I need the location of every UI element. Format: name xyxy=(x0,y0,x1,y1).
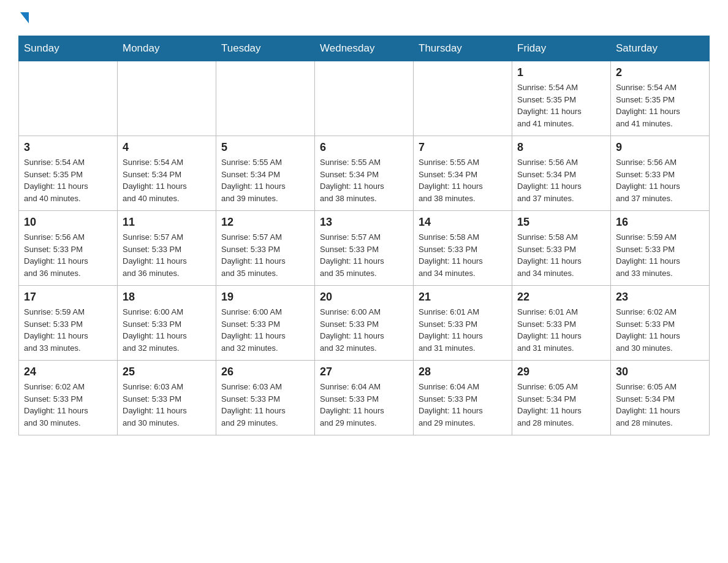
day-cell-17: 17Sunrise: 5:59 AM Sunset: 5:33 PM Dayli… xyxy=(19,286,118,361)
day-number: 27 xyxy=(320,366,408,378)
day-info: Sunrise: 6:04 AM Sunset: 5:33 PM Dayligh… xyxy=(320,381,408,429)
empty-cell xyxy=(19,61,118,136)
weekday-header-saturday: Saturday xyxy=(611,36,710,61)
week-row-1: 1Sunrise: 5:54 AM Sunset: 5:35 PM Daylig… xyxy=(19,61,710,136)
day-cell-7: 7Sunrise: 5:55 AM Sunset: 5:34 PM Daylig… xyxy=(414,136,512,211)
day-number: 14 xyxy=(419,216,507,229)
day-info: Sunrise: 6:00 AM Sunset: 5:33 PM Dayligh… xyxy=(320,306,408,354)
day-number: 20 xyxy=(320,291,408,304)
empty-cell xyxy=(118,61,216,136)
day-number: 8 xyxy=(517,141,605,154)
day-cell-6: 6Sunrise: 5:55 AM Sunset: 5:34 PM Daylig… xyxy=(315,136,414,211)
day-cell-16: 16Sunrise: 5:59 AM Sunset: 5:33 PM Dayli… xyxy=(611,211,710,286)
weekday-header-thursday: Thursday xyxy=(414,36,512,61)
day-number: 30 xyxy=(616,366,704,378)
day-cell-13: 13Sunrise: 5:57 AM Sunset: 5:33 PM Dayli… xyxy=(315,211,414,286)
day-number: 7 xyxy=(419,141,507,154)
day-cell-3: 3Sunrise: 5:54 AM Sunset: 5:35 PM Daylig… xyxy=(19,136,118,211)
empty-cell xyxy=(414,61,512,136)
day-cell-24: 24Sunrise: 6:02 AM Sunset: 5:33 PM Dayli… xyxy=(19,361,118,435)
day-cell-22: 22Sunrise: 6:01 AM Sunset: 5:33 PM Dayli… xyxy=(512,286,611,361)
day-info: Sunrise: 6:02 AM Sunset: 5:33 PM Dayligh… xyxy=(24,381,112,429)
empty-cell xyxy=(216,61,315,136)
day-info: Sunrise: 5:55 AM Sunset: 5:34 PM Dayligh… xyxy=(419,156,507,204)
day-number: 3 xyxy=(24,141,112,154)
day-info: Sunrise: 6:05 AM Sunset: 5:34 PM Dayligh… xyxy=(517,381,605,429)
day-number: 1 xyxy=(517,66,605,79)
week-row-4: 17Sunrise: 5:59 AM Sunset: 5:33 PM Dayli… xyxy=(19,286,710,361)
day-number: 12 xyxy=(221,216,309,229)
day-number: 11 xyxy=(123,216,211,229)
day-info: Sunrise: 5:59 AM Sunset: 5:33 PM Dayligh… xyxy=(24,306,112,354)
day-cell-25: 25Sunrise: 6:03 AM Sunset: 5:33 PM Dayli… xyxy=(118,361,216,435)
day-info: Sunrise: 6:02 AM Sunset: 5:33 PM Dayligh… xyxy=(616,306,704,354)
day-info: Sunrise: 5:54 AM Sunset: 5:35 PM Dayligh… xyxy=(616,82,704,129)
day-info: Sunrise: 6:01 AM Sunset: 5:33 PM Dayligh… xyxy=(419,306,507,354)
day-number: 26 xyxy=(221,366,309,378)
weekday-header-monday: Monday xyxy=(118,36,216,61)
day-info: Sunrise: 6:01 AM Sunset: 5:33 PM Dayligh… xyxy=(517,306,605,354)
weekday-header-row: SundayMondayTuesdayWednesdayThursdayFrid… xyxy=(19,36,710,61)
day-info: Sunrise: 5:54 AM Sunset: 5:34 PM Dayligh… xyxy=(123,156,211,204)
day-info: Sunrise: 5:56 AM Sunset: 5:34 PM Dayligh… xyxy=(517,156,605,204)
day-cell-28: 28Sunrise: 6:04 AM Sunset: 5:33 PM Dayli… xyxy=(414,361,512,435)
page-header xyxy=(18,12,710,25)
day-cell-20: 20Sunrise: 6:00 AM Sunset: 5:33 PM Dayli… xyxy=(315,286,414,361)
day-info: Sunrise: 5:58 AM Sunset: 5:33 PM Dayligh… xyxy=(419,231,507,279)
day-number: 2 xyxy=(616,66,704,79)
day-info: Sunrise: 5:57 AM Sunset: 5:33 PM Dayligh… xyxy=(123,231,211,279)
day-info: Sunrise: 5:58 AM Sunset: 5:33 PM Dayligh… xyxy=(517,231,605,279)
day-number: 24 xyxy=(24,366,112,378)
weekday-header-wednesday: Wednesday xyxy=(315,36,414,61)
day-info: Sunrise: 5:54 AM Sunset: 5:35 PM Dayligh… xyxy=(24,156,112,204)
calendar-table: SundayMondayTuesdayWednesdayThursdayFrid… xyxy=(18,36,710,435)
day-cell-19: 19Sunrise: 6:00 AM Sunset: 5:33 PM Dayli… xyxy=(216,286,315,361)
day-number: 18 xyxy=(123,291,211,304)
day-cell-21: 21Sunrise: 6:01 AM Sunset: 5:33 PM Dayli… xyxy=(414,286,512,361)
day-cell-2: 2Sunrise: 5:54 AM Sunset: 5:35 PM Daylig… xyxy=(611,61,710,136)
day-info: Sunrise: 6:00 AM Sunset: 5:33 PM Dayligh… xyxy=(221,306,309,354)
day-info: Sunrise: 6:00 AM Sunset: 5:33 PM Dayligh… xyxy=(123,306,211,354)
day-info: Sunrise: 6:04 AM Sunset: 5:33 PM Dayligh… xyxy=(419,381,507,429)
day-cell-5: 5Sunrise: 5:55 AM Sunset: 5:34 PM Daylig… xyxy=(216,136,315,211)
logo-triangle-icon xyxy=(20,12,29,23)
day-info: Sunrise: 5:56 AM Sunset: 5:33 PM Dayligh… xyxy=(24,231,112,279)
day-info: Sunrise: 6:05 AM Sunset: 5:34 PM Dayligh… xyxy=(616,381,704,429)
day-number: 28 xyxy=(419,366,507,378)
day-cell-30: 30Sunrise: 6:05 AM Sunset: 5:34 PM Dayli… xyxy=(611,361,710,435)
empty-cell xyxy=(315,61,414,136)
day-info: Sunrise: 5:55 AM Sunset: 5:34 PM Dayligh… xyxy=(221,156,309,204)
day-info: Sunrise: 5:56 AM Sunset: 5:33 PM Dayligh… xyxy=(616,156,704,204)
day-cell-18: 18Sunrise: 6:00 AM Sunset: 5:33 PM Dayli… xyxy=(118,286,216,361)
day-number: 19 xyxy=(221,291,309,304)
week-row-3: 10Sunrise: 5:56 AM Sunset: 5:33 PM Dayli… xyxy=(19,211,710,286)
day-cell-9: 9Sunrise: 5:56 AM Sunset: 5:33 PM Daylig… xyxy=(611,136,710,211)
day-number: 9 xyxy=(616,141,704,154)
day-number: 10 xyxy=(24,216,112,229)
day-cell-14: 14Sunrise: 5:58 AM Sunset: 5:33 PM Dayli… xyxy=(414,211,512,286)
day-info: Sunrise: 5:55 AM Sunset: 5:34 PM Dayligh… xyxy=(320,156,408,204)
day-cell-12: 12Sunrise: 5:57 AM Sunset: 5:33 PM Dayli… xyxy=(216,211,315,286)
day-info: Sunrise: 6:03 AM Sunset: 5:33 PM Dayligh… xyxy=(123,381,211,429)
day-cell-4: 4Sunrise: 5:54 AM Sunset: 5:34 PM Daylig… xyxy=(118,136,216,211)
day-cell-11: 11Sunrise: 5:57 AM Sunset: 5:33 PM Dayli… xyxy=(118,211,216,286)
day-number: 29 xyxy=(517,366,605,378)
day-info: Sunrise: 5:57 AM Sunset: 5:33 PM Dayligh… xyxy=(320,231,408,279)
day-info: Sunrise: 5:54 AM Sunset: 5:35 PM Dayligh… xyxy=(517,82,605,129)
day-cell-1: 1Sunrise: 5:54 AM Sunset: 5:35 PM Daylig… xyxy=(512,61,611,136)
day-cell-29: 29Sunrise: 6:05 AM Sunset: 5:34 PM Dayli… xyxy=(512,361,611,435)
day-number: 23 xyxy=(616,291,704,304)
day-info: Sunrise: 6:03 AM Sunset: 5:33 PM Dayligh… xyxy=(221,381,309,429)
week-row-5: 24Sunrise: 6:02 AM Sunset: 5:33 PM Dayli… xyxy=(19,361,710,435)
day-number: 5 xyxy=(221,141,309,154)
day-cell-15: 15Sunrise: 5:58 AM Sunset: 5:33 PM Dayli… xyxy=(512,211,611,286)
day-number: 16 xyxy=(616,216,704,229)
week-row-2: 3Sunrise: 5:54 AM Sunset: 5:35 PM Daylig… xyxy=(19,136,710,211)
day-number: 13 xyxy=(320,216,408,229)
day-info: Sunrise: 5:59 AM Sunset: 5:33 PM Dayligh… xyxy=(616,231,704,279)
day-cell-23: 23Sunrise: 6:02 AM Sunset: 5:33 PM Dayli… xyxy=(611,286,710,361)
day-number: 21 xyxy=(419,291,507,304)
logo xyxy=(18,12,29,25)
day-number: 15 xyxy=(517,216,605,229)
day-number: 22 xyxy=(517,291,605,304)
